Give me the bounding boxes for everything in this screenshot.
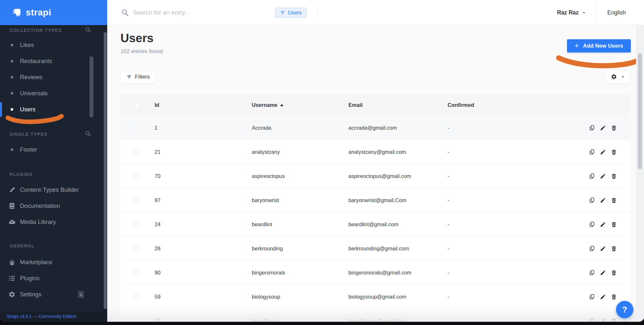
- sidebar-item-footer[interactable]: Footer: [0, 142, 97, 158]
- sidebar-scrollbar-thumb[interactable]: [104, 32, 107, 309]
- row-checkbox[interactable]: [134, 318, 140, 322]
- search-input[interactable]: [133, 6, 242, 19]
- edit-pencil-icon[interactable]: [600, 294, 606, 300]
- edit-pencil-icon[interactable]: [600, 318, 606, 322]
- edit-pencil-icon[interactable]: [600, 125, 606, 131]
- edit-pencil-icon[interactable]: [600, 149, 606, 155]
- sidebar-item-likes[interactable]: Likes: [0, 37, 97, 53]
- filters-button-label: Filters: [135, 74, 150, 80]
- filters-button[interactable]: Filters: [120, 70, 156, 83]
- sidebar-item-reviews[interactable]: Reviews: [0, 69, 97, 85]
- version-link[interactable]: Strapi v3.4.1 — Community Edition: [6, 314, 77, 319]
- column-header-username[interactable]: Username: [252, 102, 348, 108]
- browser-window: strapi COLLECTION TYPES Likes Restaurant…: [0, 0, 644, 325]
- logo-wordmark: strapi: [26, 7, 51, 18]
- table-row[interactable]: 90 bingersmorals bingersmorals@gmail.com…: [120, 261, 630, 285]
- delete-trash-icon[interactable]: [611, 246, 617, 252]
- bullet-icon: [11, 76, 13, 79]
- duplicate-icon[interactable]: [589, 197, 595, 203]
- sidebar: strapi COLLECTION TYPES Likes Restaurant…: [0, 0, 107, 322]
- sidebar-item-label: Content-Types Builder: [20, 186, 79, 193]
- sidebar-item-documentation[interactable]: Documentation: [0, 198, 97, 214]
- duplicate-icon[interactable]: [589, 246, 595, 252]
- filter-icon: [280, 10, 285, 15]
- delete-trash-icon[interactable]: [611, 149, 617, 155]
- cell-email: aspireoctopus@gmail.com: [348, 173, 448, 179]
- collection-types-search-icon[interactable]: [85, 27, 91, 33]
- sidebar-item-universals[interactable]: Universals: [0, 85, 97, 101]
- row-checkbox[interactable]: [134, 246, 140, 251]
- table-row[interactable]: 1 Accrada accrada@gmail.com -: [120, 116, 630, 140]
- language-menu[interactable]: English: [607, 0, 626, 25]
- sidebar-item-plugins[interactable]: Plugins: [0, 270, 97, 286]
- page-scrollbar-thumb[interactable]: [638, 53, 642, 169]
- row-checkbox[interactable]: [134, 294, 140, 300]
- bullet-icon: [11, 148, 13, 151]
- duplicate-icon[interactable]: [589, 149, 595, 155]
- sidebar-item-marketplace[interactable]: Marketplace: [0, 254, 97, 270]
- table-row[interactable]: 75 brandbenny brandbenny@gmail.com -: [120, 309, 630, 322]
- cell-confirmed: -: [448, 149, 579, 155]
- column-header-id[interactable]: Id: [155, 102, 252, 108]
- section-general: GENERAL: [10, 243, 97, 249]
- sidebar-item-restaurants[interactable]: Restaurants: [0, 53, 97, 69]
- delete-trash-icon[interactable]: [611, 125, 617, 131]
- table-row[interactable]: 70 aspireoctopus aspireoctopus@gmail.com…: [120, 164, 630, 188]
- sidebar-item-media-library[interactable]: Media Library: [0, 214, 97, 230]
- strapi-logo[interactable]: strapi: [0, 0, 107, 25]
- sidebar-item-users[interactable]: Users: [0, 101, 97, 117]
- edit-pencil-icon[interactable]: [600, 197, 606, 203]
- user-menu[interactable]: Raz Raz: [557, 0, 586, 25]
- table-row[interactable]: 21 analystzany analystzany@gmail.com -: [120, 140, 630, 164]
- delete-trash-icon[interactable]: [611, 294, 617, 300]
- delete-trash-icon[interactable]: [611, 197, 617, 203]
- duplicate-icon[interactable]: [589, 294, 595, 300]
- row-actions: [579, 197, 630, 203]
- delete-trash-icon[interactable]: [611, 173, 617, 179]
- row-checkbox[interactable]: [134, 270, 140, 275]
- users-table: Id Username Email Confirmed: [120, 94, 630, 322]
- duplicate-icon[interactable]: [589, 221, 595, 228]
- help-button[interactable]: ?: [616, 301, 633, 318]
- column-header-confirmed[interactable]: Confirmed: [448, 102, 579, 108]
- list-icon: [8, 275, 15, 282]
- row-checkbox[interactable]: [134, 173, 140, 179]
- duplicate-icon[interactable]: [589, 125, 595, 131]
- row-checkbox[interactable]: [134, 125, 140, 131]
- duplicate-icon[interactable]: [589, 270, 595, 276]
- view-settings-dropdown[interactable]: [605, 70, 631, 83]
- bullet-icon: [11, 60, 13, 62]
- page-scrollbar-track[interactable]: [636, 25, 644, 322]
- duplicate-icon[interactable]: [589, 318, 595, 322]
- table-row[interactable]: 24 beardlint beardlint@gmail.com -: [120, 212, 630, 237]
- row-actions: [579, 173, 630, 179]
- delete-trash-icon[interactable]: [611, 270, 617, 276]
- edit-pencil-icon[interactable]: [600, 246, 606, 252]
- select-all-checkbox[interactable]: [134, 102, 140, 108]
- row-checkbox[interactable]: [134, 221, 140, 227]
- sidebar-item-content-types-builder[interactable]: Content-Types Builder: [0, 182, 97, 198]
- edit-pencil-icon[interactable]: [600, 173, 606, 179]
- table-row[interactable]: 26 berkrounding berkrounding@gmail.com -: [120, 237, 630, 261]
- cell-email: accrada@gmail.com: [348, 125, 448, 131]
- single-types-search-icon[interactable]: [85, 131, 91, 137]
- table-row[interactable]: 97 baryonwrist baryonwrist@gmail.Com -: [120, 188, 630, 212]
- table-row[interactable]: 59 biologysoup biologysoup@gmail.com -: [120, 285, 630, 309]
- delete-trash-icon[interactable]: [611, 318, 617, 322]
- topbar-divider: [595, 3, 595, 23]
- edit-pencil-icon[interactable]: [600, 270, 606, 276]
- chevron-down-icon: [582, 11, 586, 14]
- book-icon: [8, 202, 15, 209]
- sidebar-item-settings[interactable]: Settings 1: [0, 286, 97, 302]
- delete-trash-icon[interactable]: [611, 221, 617, 228]
- collection-list-scrollbar-thumb[interactable]: [90, 56, 93, 117]
- column-header-email[interactable]: Email: [348, 102, 448, 108]
- search-scope-chip[interactable]: Users: [275, 8, 307, 18]
- duplicate-icon[interactable]: [589, 173, 595, 179]
- edit-pencil-icon[interactable]: [600, 221, 606, 228]
- cell-email: berkrounding@gmail.com: [348, 246, 448, 252]
- cell-id: 90: [155, 270, 252, 276]
- add-new-users-button[interactable]: + Add New Users: [567, 39, 631, 52]
- row-checkbox[interactable]: [134, 197, 140, 203]
- row-checkbox[interactable]: [134, 149, 140, 155]
